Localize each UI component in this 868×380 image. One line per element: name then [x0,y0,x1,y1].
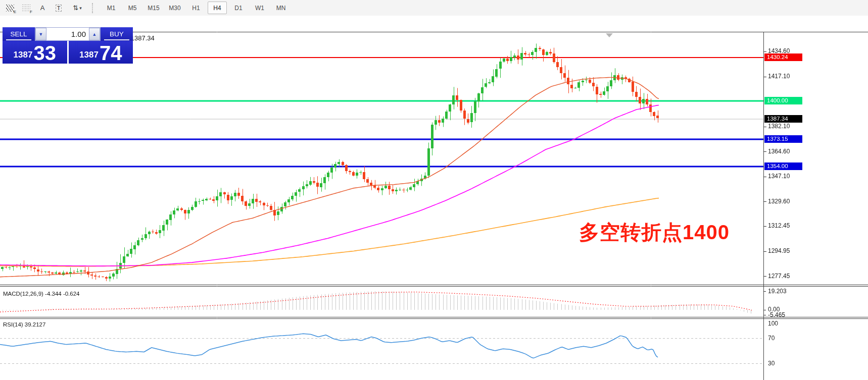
price-chart-canvas[interactable] [0,16,868,380]
buy-price-button[interactable]: 1387 74 [69,41,133,64]
price-axis-tick: 1312.45 [768,222,790,229]
rsi-axis-tick: 100 [768,320,778,327]
price-badge: 1354.00 [764,162,802,170]
price-axis-tick: 1294.95 [768,247,790,254]
sell-price-button[interactable]: 1387 33 [3,41,67,64]
timeframe-button-m30[interactable]: M30 [165,2,184,14]
macd-label: MACD(12,26,9) -4.344 -0.624 [3,291,80,297]
timeframe-button-mn[interactable]: MN [271,2,291,14]
price-axis-tick: 1347.10 [768,173,790,180]
toolbar: E F A T ⇅▾ M1M5M15M30H1H4D1W1MN [0,0,868,16]
volume-decrease-button[interactable]: ▼ [35,28,46,40]
timeframe-button-m15[interactable]: M15 [144,2,163,14]
timeframe-button-h1[interactable]: H1 [186,2,206,14]
price-badge: 1400.00 [764,97,802,104]
ohlc-close: 1387.34 [131,34,155,42]
price-axis-tick: 1329.60 [768,198,790,205]
chevron-down-icon: ▾ [79,6,82,11]
buy-price-big: 74 [100,44,122,62]
chart-annotation-text[interactable]: 多空转折点1400 [579,219,730,246]
dots-glyph [22,5,30,11]
price-axis-tick: 1364.60 [768,148,790,155]
price-badge: 1373.15 [764,135,802,143]
timeframe-button-w1[interactable]: W1 [250,2,269,14]
price-axis-tick: 1417.10 [768,73,790,80]
timeframe-button-h4[interactable]: H4 [208,2,227,14]
price-badge: 1387.34 [764,115,802,123]
rsi-axis-tick: 30 [768,360,775,367]
macd-axis-tick: 19.203 [768,288,787,295]
sell-button[interactable]: SELL [3,27,35,41]
line-studies-toolbar: E F A T ⇅▾ [0,2,87,15]
buy-price-small: 1387 [79,50,99,60]
timeframe-button-d1[interactable]: D1 [229,2,248,14]
fibonacci-icon[interactable]: F [19,2,33,15]
chart-surface: ▲ XAUUSD-,H4 1384.27 1388.33 1382.77 138… [0,16,868,380]
text-icon[interactable]: A [35,2,50,15]
sell-price-big: 33 [33,44,56,62]
one-click-trading-panel: SELL ▼ ▲ BUY 1387 33 1387 74 [3,27,133,64]
volume-input[interactable] [46,28,89,40]
sell-price-small: 1387 [14,50,33,60]
volume-stepper: ▼ ▲ [35,27,101,41]
price-axis-tick: 1382.10 [768,123,790,130]
macd-axis-tick: -5.465 [768,311,785,318]
timeframe-toolbar: M1M5M15M30H1H4D1W1MN [99,2,291,14]
toolbar-separator [92,3,94,13]
hatch-glyph [6,5,14,12]
rsi-label: RSI(14) 39.2127 [3,321,45,328]
price-badge: 1430.24 [764,53,802,61]
arrows-icon[interactable]: ⇅▾ [68,2,87,15]
timeframe-button-m5[interactable]: M5 [123,2,142,14]
buy-button[interactable]: BUY [101,27,133,41]
chart-shift-marker[interactable] [606,33,613,37]
timeframe-button-m1[interactable]: M1 [102,2,121,14]
rsi-axis-tick: 70 [768,335,775,342]
volume-increase-button[interactable]: ▲ [89,28,100,40]
equidistant-channel-icon[interactable]: E [3,2,17,15]
text-label-icon[interactable]: T [52,2,66,15]
mt4-window: E F A T ⇅▾ M1M5M15M30H1H4D1W1MN ▲ XAUUSD… [0,0,868,380]
price-axis-tick: 1277.45 [768,273,790,280]
